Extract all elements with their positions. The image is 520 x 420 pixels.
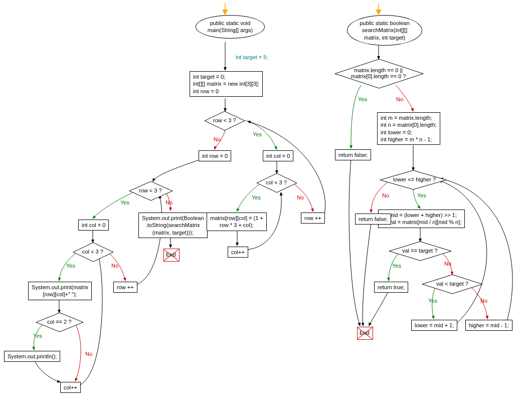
len-check-text: matrix.length == 0 || matrix[0].length =… — [351, 67, 406, 79]
end-left-label: End — [166, 252, 176, 258]
matrix-assign: matrix[row][col] = (1 + row * 3 + col); — [207, 213, 267, 231]
end-right-label: End — [360, 330, 370, 336]
col-eq-2-text: col == 2 ? — [47, 319, 71, 325]
no-2: No — [165, 199, 172, 205]
yes-1: Yes — [253, 131, 262, 137]
yes-r1: Yes — [358, 96, 367, 102]
yes-2: Yes — [120, 199, 129, 205]
yes-r4: Yes — [428, 298, 437, 304]
col-lt-3-b-text: col < 3 ? — [82, 249, 103, 255]
yes-r3: Yes — [392, 263, 401, 269]
return-true: return true; — [374, 282, 408, 293]
no-r2: No — [382, 192, 389, 198]
end-right: End — [357, 327, 373, 340]
print-bool: System.out.print(Boolean .toString(searc… — [138, 213, 208, 238]
lower-assign: lower = mid + 1; — [411, 320, 457, 331]
no-1: No — [214, 136, 221, 142]
no-r4: No — [480, 298, 487, 304]
higher-assign: higher = mid - 1; — [465, 320, 512, 331]
return-false-b: return false; — [355, 214, 391, 225]
no-r3: No — [444, 261, 451, 267]
col-lt-3-a-text: col < 3 ? — [266, 179, 287, 185]
no-4: No — [111, 263, 118, 269]
int-col-0-a: int col = 0 — [263, 150, 293, 161]
print-matrix: System.out.print(matrix [row][col]+" "); — [28, 282, 92, 300]
int-col-0-b: int col = 0 — [78, 220, 109, 231]
init-vars-right: int m = matrix.length; int n = matrix[0]… — [377, 112, 440, 145]
start-main: public static void main(String[] args) — [196, 15, 265, 39]
val-lt-target-text: val < target ? — [436, 281, 468, 287]
col-pp-b: col++ — [60, 382, 81, 393]
row-lt-3-a-text: row < 3 ? — [213, 117, 236, 123]
init-block: int target = 0; int[][] matrix = new int… — [190, 71, 263, 97]
col-pp-a: col++ — [228, 247, 248, 258]
row-lt-3-b-text: row < 3 ? — [139, 187, 162, 193]
yes-3: Yes — [252, 194, 261, 200]
val-eq-target-text: val == target ? — [402, 248, 437, 254]
yes-4: Yes — [66, 263, 75, 269]
no-3: No — [297, 194, 304, 200]
end-left: End — [163, 249, 180, 262]
yes-r2: Yes — [417, 192, 426, 198]
no-r1: No — [396, 96, 403, 102]
comment-target: int target = 5; — [236, 54, 268, 60]
no-5: No — [85, 351, 92, 357]
return-false-a: return false; — [335, 149, 371, 160]
int-row-0-b: int row = 0 — [199, 150, 231, 161]
row-pp-b: row ++ — [113, 282, 137, 293]
start-search: public static boolean searchMatrix(int[]… — [347, 15, 422, 46]
row-pp-a: row ++ — [301, 213, 325, 224]
lower-le-higher-text: lower <= higher ? — [393, 176, 436, 182]
println: System.out.println(); — [4, 351, 60, 362]
yes-5: Yes — [33, 333, 42, 339]
